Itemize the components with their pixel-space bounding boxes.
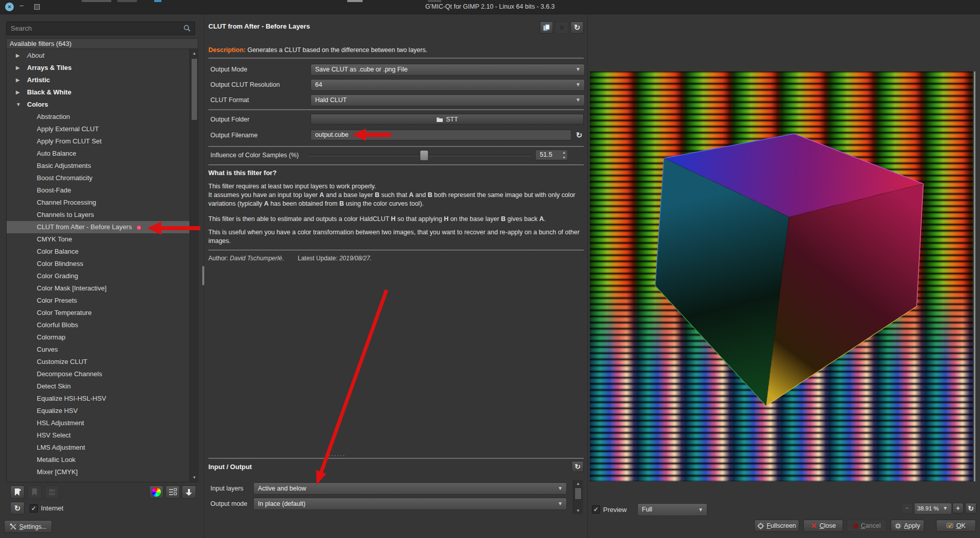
filter-category[interactable]: ▶About: [7, 50, 189, 62]
close-button[interactable]: ✕ Close: [803, 520, 843, 532]
filter-item[interactable]: Apply From CLUT Set: [7, 135, 189, 148]
filter-visibility-button[interactable]: [165, 485, 180, 499]
scroll-up-icon[interactable]: ▲: [573, 481, 583, 486]
filter-item[interactable]: Channel Processing: [7, 197, 189, 209]
filter-item[interactable]: Abstraction: [7, 111, 189, 123]
filter-item[interactable]: CLUT from After - Before Layers: [7, 221, 189, 233]
preview-scrollbar[interactable]: [974, 71, 975, 481]
filter-category[interactable]: ▼Colors: [7, 99, 189, 111]
input-layers-select[interactable]: Active and below▼: [253, 482, 567, 495]
clut-format-select[interactable]: Hald CLUT▼: [310, 94, 585, 106]
mid-scrollbar-thumb[interactable]: [202, 266, 204, 285]
filter-item[interactable]: Color Blindness: [7, 258, 189, 270]
filter-item[interactable]: Color Grading: [7, 270, 189, 282]
filter-item[interactable]: Boost Chromaticity: [7, 172, 189, 184]
copy-command-button[interactable]: [540, 21, 553, 34]
down-arrow-icon: [185, 488, 193, 496]
filter-item[interactable]: Mixer [Generic]: [7, 478, 189, 482]
filter-item[interactable]: Color Temperature: [7, 307, 189, 319]
divider: [208, 109, 584, 110]
filter-category[interactable]: ▶Black & White: [7, 86, 189, 99]
filter-item[interactable]: Equalize HSI-HSL-HSV: [7, 393, 189, 405]
filter-item[interactable]: Color Mask [Interactive]: [7, 282, 189, 295]
output-folder-button[interactable]: STT: [310, 114, 584, 125]
filter-item-label: LMS Adjustment: [37, 442, 85, 454]
scroll-up-icon[interactable]: ▲: [190, 51, 199, 56]
zoom-level-combo[interactable]: 38.91 %▼: [914, 503, 952, 515]
filter-item[interactable]: Channels to Layers: [7, 209, 189, 221]
chevron-collapsed-icon[interactable]: ▶: [16, 62, 20, 74]
preview-mode-select[interactable]: Full▼: [637, 503, 707, 516]
filter-item[interactable]: Basic Adjustments: [7, 160, 189, 172]
scrollbar-thumb[interactable]: [191, 58, 198, 120]
filter-item[interactable]: Color Balance: [7, 246, 189, 258]
output-resolution-select[interactable]: 64▼: [310, 79, 585, 91]
zoom-out-button[interactable]: −: [901, 503, 913, 513]
filter-item[interactable]: Metallic Look: [7, 454, 189, 466]
filter-item[interactable]: HSV Select: [7, 429, 189, 442]
filter-item[interactable]: Decompose Channels: [7, 368, 189, 380]
filter-item[interactable]: Color Presets: [7, 295, 189, 307]
rename-favorite-button[interactable]: AbcDef: [45, 485, 59, 499]
reset-filename-button[interactable]: ↻: [574, 130, 584, 140]
settings-button[interactable]: Settings...: [4, 520, 52, 533]
filter-category[interactable]: ▶Artistic: [7, 74, 189, 86]
ok-label: OK: [956, 522, 965, 529]
filter-item[interactable]: Curves: [7, 344, 189, 356]
filter-item[interactable]: Mixer [CMYK]: [7, 466, 189, 478]
remove-favorite-button[interactable]: [28, 485, 42, 499]
latest-update-value: 2019/08/27.: [339, 255, 371, 262]
gmic-qt-window: × − G'MIC-Qt for GIMP 2.10 - Linux 64 bi…: [0, 0, 980, 538]
refresh-filters-button[interactable]: ↻: [10, 502, 25, 515]
favorite-filter-button[interactable]: [555, 21, 568, 34]
chevron-down-icon: ▼: [558, 498, 563, 509]
ok-button[interactable]: OK: [936, 520, 976, 532]
zoom-in-button[interactable]: +: [952, 503, 964, 513]
io-output-mode-select[interactable]: In place (default)▼: [253, 498, 567, 510]
expand-collapse-button[interactable]: [182, 485, 196, 499]
add-favorite-button[interactable]: [10, 485, 25, 499]
filter-item[interactable]: Customize CLUT: [7, 356, 189, 368]
panel-divider: [587, 14, 588, 538]
filter-item[interactable]: Boost-Fade: [7, 184, 189, 197]
influence-spinbox[interactable]: 51.5 ▲▼: [535, 150, 568, 160]
reset-zoom-button[interactable]: ↻: [965, 503, 976, 513]
chevron-collapsed-icon[interactable]: ▶: [16, 86, 20, 99]
filter-list-scrollbar[interactable]: ▲ ▼: [189, 49, 199, 482]
output-filename-input[interactable]: output.cube: [310, 130, 571, 140]
cancel-button[interactable]: Cancel: [847, 520, 887, 532]
chevron-expanded-icon[interactable]: ▼: [16, 99, 21, 111]
spin-up-icon[interactable]: ▲▼: [562, 150, 566, 160]
chevron-collapsed-icon[interactable]: ▶: [16, 74, 20, 86]
filter-item[interactable]: Colorful Blobs: [7, 319, 189, 331]
filter-item[interactable]: Apply External CLUT: [7, 123, 189, 135]
output-mode-select[interactable]: Save CLUT as .cube or .png File▼: [310, 64, 585, 76]
filter-item[interactable]: HSL Adjustment: [7, 417, 189, 429]
io-reset-button[interactable]: ↻: [571, 461, 584, 472]
filter-item[interactable]: LMS Adjustment: [7, 442, 189, 454]
filter-item[interactable]: Equalize HSV: [7, 405, 189, 417]
reset-parameters-button[interactable]: ↻: [570, 21, 584, 34]
color-wheel-button[interactable]: [149, 485, 163, 499]
scrollbar-thumb[interactable]: [575, 487, 582, 500]
apply-button[interactable]: Apply: [891, 520, 924, 532]
chevron-collapsed-icon[interactable]: ▶: [16, 50, 20, 62]
internet-checkbox[interactable]: ✓: [30, 504, 38, 512]
influence-slider-handle[interactable]: [420, 150, 428, 161]
author-link[interactable]: David Tschumperlé: [230, 255, 282, 262]
filter-item[interactable]: Detect Skin: [7, 380, 189, 393]
filter-category[interactable]: ▶Arrays & Tiles: [7, 62, 189, 74]
scroll-down-icon[interactable]: ▼: [573, 508, 583, 513]
preview-image[interactable]: [590, 71, 973, 481]
search-input[interactable]: Search: [6, 21, 195, 35]
output-folder-value: STT: [446, 116, 458, 123]
fullscreen-button[interactable]: Fullscreen: [754, 520, 799, 532]
settings-label: Settings...: [19, 523, 46, 530]
filter-item[interactable]: Auto Balance: [7, 148, 189, 160]
io-scrollbar[interactable]: ▲ ▼: [573, 480, 583, 514]
filter-item[interactable]: Colormap: [7, 331, 189, 344]
abc-icon: Abc: [49, 488, 55, 492]
preview-checkbox[interactable]: ✓: [592, 505, 600, 513]
scroll-down-icon[interactable]: ▼: [190, 475, 199, 480]
filter-item[interactable]: CMYK Tone: [7, 233, 189, 246]
